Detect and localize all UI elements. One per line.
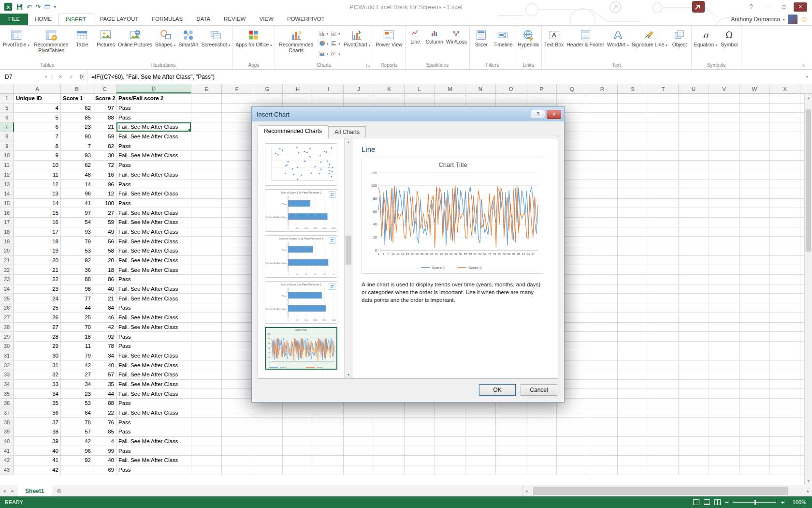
column-header-d[interactable]: D	[116, 84, 191, 93]
custom-command-button[interactable]	[44, 3, 51, 10]
cell-d5[interactable]: Pass	[116, 104, 191, 113]
cell-b34[interactable]: 34	[61, 380, 93, 389]
cell-d9[interactable]: Pass	[116, 141, 191, 151]
cell-b43[interactable]	[61, 465, 93, 475]
pictures-button[interactable]: Pictures	[95, 26, 116, 62]
scroll-up-arrow[interactable]: ▴	[805, 94, 812, 102]
cell-a7[interactable]: 6	[14, 122, 61, 132]
thumbnail-scrollbar[interactable]: ▴ ▾	[344, 138, 352, 378]
row-header-36[interactable]: 36	[0, 399, 14, 408]
empty-cells-row-39[interactable]	[191, 427, 812, 437]
cell-a33[interactable]: 32	[14, 370, 61, 380]
empty-cells-row-43[interactable]	[191, 465, 812, 475]
empty-cells-row-42[interactable]	[191, 456, 812, 465]
cell-b1[interactable]: Score 1	[61, 94, 93, 104]
cell-d13[interactable]: Pass	[116, 179, 191, 189]
cell-c26[interactable]: 84	[93, 303, 116, 313]
next-sheet-button[interactable]: ▸	[9, 485, 17, 496]
row-header-25[interactable]: 25	[0, 294, 14, 303]
equation-button[interactable]: πEquation ▾	[693, 26, 719, 62]
row-header-24[interactable]: 24	[0, 284, 14, 294]
column-header-v[interactable]: V	[709, 84, 740, 93]
cell-d34[interactable]: Fail. See Me After Class	[116, 380, 191, 389]
cell-a34[interactable]: 33	[14, 380, 61, 389]
expand-formula-bar-button[interactable]: ▾	[802, 70, 812, 84]
cell-c17[interactable]: 59	[93, 218, 116, 227]
column-header-m[interactable]: M	[435, 84, 465, 93]
cell-d38[interactable]: Pass	[116, 418, 191, 427]
vertical-scroll-thumb[interactable]	[806, 109, 811, 252]
ribbon-tab-review[interactable]: REVIEW	[217, 14, 252, 25]
cell-a35[interactable]: 34	[14, 389, 61, 399]
cell-d11[interactable]: Pass	[116, 161, 191, 170]
zoom-in-button[interactable]: +	[781, 499, 784, 506]
cell-b12[interactable]: 48	[61, 170, 93, 180]
cell-b15[interactable]: 41	[61, 199, 93, 209]
cell-b13[interactable]: 14	[61, 179, 93, 189]
cell-d23[interactable]: Pass	[116, 275, 191, 284]
row-header-10[interactable]: 10	[0, 151, 14, 161]
cell-b36[interactable]: 53	[61, 399, 93, 408]
row-header-8[interactable]: 8	[0, 132, 14, 142]
cell-b18[interactable]: 93	[61, 227, 93, 237]
cell-b27[interactable]: 25	[61, 313, 93, 323]
row-header-21[interactable]: 21	[0, 256, 14, 266]
cell-b35[interactable]: 23	[61, 389, 93, 399]
cell-d15[interactable]: Pass	[116, 199, 191, 209]
cell-b39[interactable]: 57	[61, 427, 93, 437]
row-header-40[interactable]: 40	[0, 437, 14, 447]
tab-recommended-charts[interactable]: Recommended Charts	[258, 125, 328, 138]
cell-b6[interactable]: 85	[61, 113, 93, 122]
line-button[interactable]: Line	[406, 26, 424, 62]
cell-a29[interactable]: 28	[14, 332, 61, 342]
cancel-button[interactable]: Cancel	[521, 384, 557, 396]
cell-a21[interactable]: 20	[14, 256, 61, 266]
row-header-9[interactable]: 9	[0, 141, 14, 151]
cell-c43[interactable]: 69	[93, 465, 116, 475]
cell-d32[interactable]: Fail. See Me After Class	[116, 360, 191, 370]
scroll-right-arrow[interactable]: ▸	[804, 489, 812, 493]
chart-thumbnail-scatter[interactable]	[265, 143, 337, 186]
column-header-l[interactable]: L	[405, 84, 435, 93]
cell-d39[interactable]: Pass	[116, 427, 191, 437]
column-header-w[interactable]: W	[740, 84, 770, 93]
chart-preview[interactable]: Chart Title02040608010012014710131619222…	[362, 158, 544, 274]
cell-c7[interactable]: 21	[93, 122, 116, 132]
cell-c9[interactable]: 82	[93, 141, 116, 151]
row-header-11[interactable]: 11	[0, 161, 14, 170]
cell-b24[interactable]: 98	[61, 284, 93, 294]
chart-thumbnail-line-selected[interactable]: Chart Title020406080100120Score 1Score 2	[265, 327, 337, 370]
cell-d42[interactable]: Fail. See Me After Class	[116, 456, 191, 465]
cell-d28[interactable]: Fail. See Me After Class	[116, 323, 191, 332]
help-button[interactable]: ?	[744, 2, 758, 12]
hyperlink-button[interactable]: Hyperlink	[516, 26, 540, 62]
shapes-button[interactable]: Shapes ▾	[154, 26, 177, 62]
dialog-title-bar[interactable]: Insert Chart ? ×	[252, 107, 564, 121]
pivottable-button[interactable]: PivotTable ▾	[1, 26, 31, 62]
row-header-20[interactable]: 20	[0, 246, 14, 256]
column-header-a[interactable]: A	[14, 84, 61, 93]
page-layout-view-button[interactable]	[704, 499, 710, 505]
row-header-17[interactable]: 17	[0, 218, 14, 227]
feedback-smiley-icon[interactable]: ☺	[800, 15, 808, 24]
ok-button[interactable]: OK	[479, 384, 516, 396]
row-header-34[interactable]: 34	[0, 380, 14, 389]
cell-c36[interactable]: 88	[93, 399, 116, 408]
horizontal-scroll-thumb[interactable]	[533, 487, 788, 495]
symbol-button[interactable]: ΩSymbol	[719, 26, 740, 62]
cell-c32[interactable]: 40	[93, 360, 116, 370]
cell-c25[interactable]: 21	[93, 294, 116, 303]
cell-a23[interactable]: 22	[14, 275, 61, 284]
cell-b31[interactable]: 79	[61, 351, 93, 361]
column-button[interactable]: Column	[424, 26, 445, 62]
recommended-pivottables-button[interactable]: Recommended PivotTables	[31, 26, 72, 62]
cell-d40[interactable]: Fail. See Me After Class	[116, 437, 191, 447]
cell-d1[interactable]: Pass/Fail score 2	[116, 94, 191, 104]
cell-d14[interactable]: Fail. See Me After Class	[116, 189, 191, 199]
cell-b25[interactable]: 77	[61, 294, 93, 303]
insert-scatter-chart-button[interactable]: ▾	[330, 50, 340, 59]
row-header-14[interactable]: 14	[0, 189, 14, 199]
cell-d18[interactable]: Fail. See Me After Class	[116, 227, 191, 237]
cell-c8[interactable]: 59	[93, 132, 116, 142]
chart-thumbnail-bar[interactable]: Sum of Score 1 by Pass/Fail score 209001…	[265, 189, 337, 232]
